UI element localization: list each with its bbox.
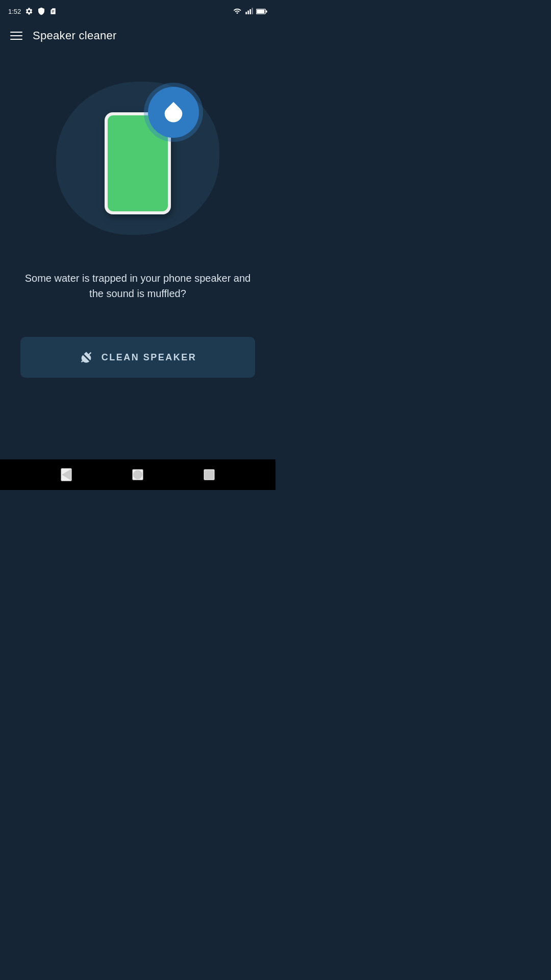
- hamburger-line-1: [10, 32, 22, 33]
- clean-speaker-button[interactable]: CLEAN SPEAKER: [20, 337, 255, 378]
- water-drop-icon: [160, 99, 187, 126]
- illustration-container: [51, 71, 224, 245]
- back-icon: [62, 469, 71, 480]
- status-left: 1:52: [8, 7, 57, 15]
- recents-icon: [205, 470, 214, 479]
- water-drop-badge: [148, 87, 199, 138]
- home-icon: [133, 470, 142, 479]
- svg-rect-6: [266, 10, 267, 12]
- clean-button-label: CLEAN SPEAKER: [102, 352, 197, 363]
- hamburger-menu-button[interactable]: [10, 32, 22, 40]
- svg-rect-1: [247, 11, 249, 14]
- svg-rect-5: [257, 10, 264, 13]
- home-button[interactable]: [132, 469, 143, 480]
- shield-icon: [37, 7, 45, 15]
- sim-icon: [49, 7, 57, 15]
- status-bar: 1:52: [0, 0, 276, 20]
- hamburger-line-3: [10, 39, 22, 40]
- no-water-icon: [79, 350, 93, 364]
- status-right: [233, 7, 267, 15]
- svg-rect-3: [252, 8, 253, 14]
- gear-icon: [25, 7, 33, 15]
- battery-icon: [256, 8, 267, 15]
- bottom-nav-bar: [0, 459, 276, 490]
- phone-body: [105, 112, 171, 214]
- svg-rect-0: [245, 12, 247, 14]
- clean-button-container: CLEAN SPEAKER: [15, 337, 260, 378]
- wifi-icon: [233, 7, 242, 15]
- app-title: Speaker cleaner: [33, 29, 117, 42]
- recents-button[interactable]: [204, 469, 215, 480]
- back-button[interactable]: [61, 468, 72, 481]
- signal-icon: [245, 7, 253, 15]
- main-content: Some water is trapped in your phone spea…: [0, 51, 276, 459]
- time-display: 1:52: [8, 8, 21, 15]
- svg-rect-2: [249, 9, 251, 14]
- hamburger-line-2: [10, 35, 22, 36]
- phone-illustration: [105, 112, 171, 214]
- description-text: Some water is trapped in your phone spea…: [15, 271, 260, 301]
- app-bar: Speaker cleaner: [0, 20, 276, 51]
